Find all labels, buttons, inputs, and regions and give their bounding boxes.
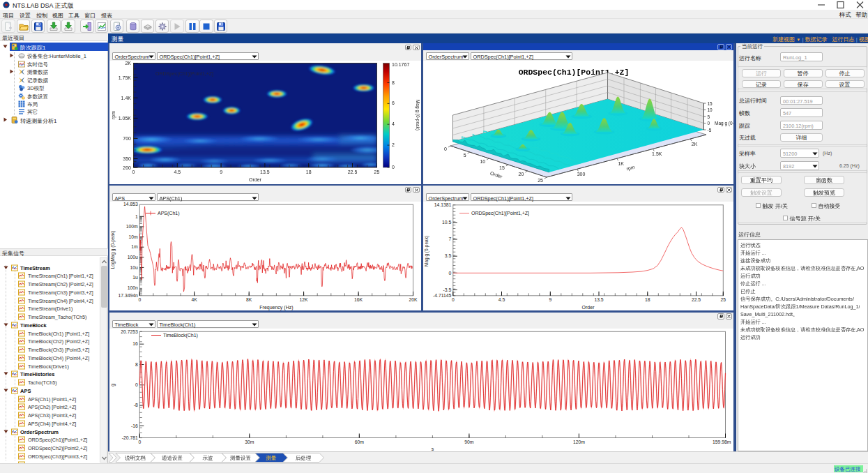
svg-text:2K: 2K	[125, 61, 131, 66]
svg-text:Order: Order	[581, 305, 595, 310]
svg-text:-3.5: -3.5	[443, 287, 451, 292]
svg-text:20K: 20K	[409, 297, 418, 302]
svg-text:1K: 1K	[618, 161, 624, 166]
svg-text:-5: -5	[707, 128, 711, 133]
svg-text:-4.71145: -4.71145	[432, 293, 451, 298]
svg-text:9: 9	[220, 170, 222, 174]
svg-text:10: 10	[480, 159, 485, 164]
svg-text:13.5: 13.5	[260, 170, 270, 174]
svg-text:ORDSpec(Ch1)[Point1,+Z]: ORDSpec(Ch1)[Point1,+Z]	[155, 71, 213, 77]
svg-text:-20.781: -20.781	[121, 435, 137, 440]
svg-text:1.4K: 1.4K	[121, 96, 131, 100]
svg-text:10u: 10u	[130, 265, 138, 270]
svg-text:14.1381: 14.1381	[434, 202, 451, 207]
svg-text:0: 0	[707, 121, 710, 126]
svg-text:10: 10	[707, 107, 713, 112]
svg-text:2: 2	[392, 142, 395, 147]
svg-text:3.5: 3.5	[444, 253, 451, 258]
svg-text:0: 0	[138, 440, 141, 444]
svg-text:60m: 60m	[354, 440, 364, 444]
svg-text:25: 25	[720, 297, 726, 302]
svg-text:18: 18	[305, 170, 311, 174]
svg-text:后处理: 后处理	[296, 455, 312, 461]
svg-text:-8: -8	[133, 403, 137, 407]
svg-text:0: 0	[138, 297, 141, 302]
svg-text:4: 4	[392, 121, 395, 126]
svg-text:100m: 100m	[125, 224, 137, 229]
svg-text:s: s	[431, 446, 434, 451]
svg-text:100u: 100u	[127, 255, 137, 260]
svg-text:0: 0	[135, 382, 138, 387]
svg-text:g: g	[110, 383, 116, 386]
svg-text:Order: Order	[249, 177, 262, 182]
svg-text:5: 5	[463, 153, 466, 158]
svg-text:7: 7	[448, 236, 451, 241]
svg-text:示波: 示波	[203, 455, 213, 461]
svg-text:测量设置: 测量设置	[230, 455, 252, 461]
svg-text:14.853: 14.853	[123, 202, 138, 207]
svg-text:1m: 1m	[131, 244, 138, 249]
svg-text:Mag g (0-: Mag g (0-	[715, 121, 734, 126]
svg-text:rpm: rpm	[111, 111, 116, 119]
svg-text:8: 8	[392, 80, 395, 85]
svg-text:ORDSpec(Ch1)[Point1,+Z]: ORDSpec(Ch1)[Point1,+Z]	[471, 211, 529, 216]
svg-text:200: 200	[123, 165, 131, 170]
svg-text:8: 8	[135, 361, 138, 366]
svg-text:15: 15	[499, 165, 505, 170]
svg-text:1.75K: 1.75K	[118, 75, 131, 80]
svg-text:APS(Ch1): APS(Ch1)	[158, 211, 180, 216]
svg-text:4K: 4K	[191, 297, 197, 302]
svg-text:20: 20	[518, 172, 524, 177]
svg-text:18: 18	[645, 297, 650, 302]
svg-text:10.5: 10.5	[442, 220, 451, 225]
svg-text:6: 6	[392, 100, 395, 105]
svg-text:17.3494n: 17.3494n	[118, 293, 138, 298]
svg-text:Mag g (0-peak): Mag g (0-peak)	[415, 100, 420, 130]
svg-text:TimeBlock(Ch1): TimeBlock(Ch1)	[163, 333, 198, 338]
svg-text:10m: 10m	[128, 234, 138, 239]
svg-text:10.1767: 10.1767	[392, 62, 409, 67]
svg-text:30m: 30m	[245, 440, 254, 444]
svg-text:测量: 测量	[266, 455, 277, 461]
svg-text:25: 25	[374, 170, 379, 174]
svg-text:Order: Order	[489, 171, 503, 179]
svg-text:22.5: 22.5	[691, 297, 700, 302]
svg-text:1.05K: 1.05K	[118, 116, 131, 121]
svg-text:100n: 100n	[127, 285, 137, 290]
svg-text:说明文档: 说明文档	[125, 455, 146, 461]
svg-text:350: 350	[123, 156, 131, 161]
svg-text:rpm: rpm	[625, 165, 635, 172]
svg-text:20.7253: 20.7253	[121, 329, 138, 333]
svg-text:15: 15	[707, 101, 713, 106]
svg-text:700: 700	[123, 136, 131, 141]
svg-text:0: 0	[451, 297, 454, 302]
svg-text:Frequency (Hz): Frequency (Hz)	[259, 305, 293, 310]
svg-text:1.5K: 1.5K	[652, 151, 662, 156]
svg-text:1u: 1u	[132, 275, 138, 280]
svg-text:12K: 12K	[299, 297, 308, 302]
svg-text:Mag g (0-peak): Mag g (0-peak)	[424, 236, 429, 266]
svg-text:0: 0	[392, 165, 395, 170]
svg-text:90m: 90m	[464, 440, 474, 444]
svg-text:0: 0	[132, 170, 135, 174]
svg-text:13.5: 13.5	[594, 297, 603, 302]
svg-text:16: 16	[132, 341, 138, 346]
svg-text:0: 0	[444, 147, 447, 151]
svg-text:16K: 16K	[354, 297, 363, 302]
svg-text:159.98m: 159.98m	[713, 440, 731, 444]
svg-text:4.5: 4.5	[498, 297, 505, 302]
svg-text:8K: 8K	[246, 297, 252, 302]
svg-text:300: 300	[577, 172, 585, 177]
svg-text:0: 0	[448, 271, 451, 276]
svg-text:LogMag g (0-peak): LogMag g (0-peak)	[110, 231, 116, 269]
svg-text:-16: -16	[130, 423, 137, 428]
svg-text:5: 5	[707, 114, 710, 119]
svg-text:1: 1	[135, 214, 138, 219]
svg-text:通道设置: 通道设置	[162, 455, 183, 461]
svg-text:25: 25	[538, 178, 543, 183]
svg-text:9: 9	[549, 297, 551, 302]
svg-text:22.5: 22.5	[347, 170, 357, 174]
svg-text:4.5: 4.5	[174, 170, 181, 174]
svg-text:120m: 120m	[572, 440, 584, 444]
svg-text:2K: 2K	[691, 142, 697, 147]
